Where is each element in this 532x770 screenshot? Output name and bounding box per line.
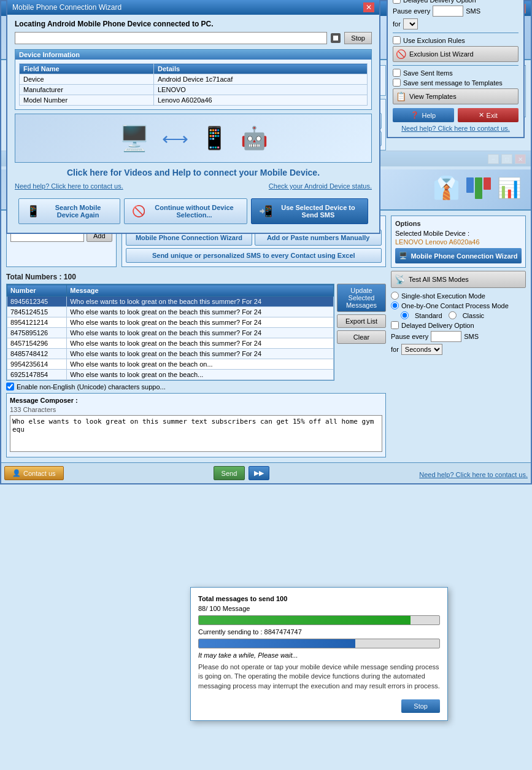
message-composer: Message Composer : 133 Characters Who el…: [6, 393, 386, 457]
exit-label: Exit: [487, 112, 498, 119]
unicode-checkbox[interactable]: [6, 383, 14, 391]
table-row: Device Android Device 1c71acaf: [20, 74, 368, 85]
clear-button[interactable]: Clear: [337, 330, 386, 344]
help-link[interactable]: Need help? Click here to contact us.: [15, 182, 123, 190]
use-exclusion-label: Use Exclusion Rules: [403, 37, 465, 44]
cell-message: Who else wants to look great on the beac…: [67, 317, 334, 328]
bottom-wizard-button[interactable]: 🖥️ Mobile Phone Connection Wizard: [395, 248, 522, 263]
delayed-delivery-checkbox[interactable]: [393, 0, 401, 4]
no-device-icon: 🚫: [132, 204, 145, 218]
contact-link-top[interactable]: Need help? Click here to contact us.: [393, 125, 519, 132]
composer-title: Message Composer :: [10, 397, 382, 404]
bottom-classic-label: Classic: [463, 312, 484, 319]
search-again-button[interactable]: 📱 Search Mobile Device Again: [18, 198, 120, 224]
bottom-delayed-row: Delayed Delivery Option: [391, 321, 526, 329]
device-info-title: Device Information: [15, 50, 371, 60]
bottom-single-shot-radio[interactable]: [391, 292, 399, 300]
bottom-pie-chart-icon: 📊: [497, 176, 522, 200]
wizard-stop-button[interactable]: Stop: [344, 32, 372, 44]
help-button[interactable]: ❓ Help: [393, 108, 454, 122]
cell-message: Who else wants to look great on the beac…: [67, 297, 334, 307]
bottom-test-sms-label: Test All SMS Modes: [409, 276, 469, 283]
continue-without-label: Continue without Device Selection...: [149, 204, 239, 219]
table-row: 8457154296Who else wants to look great o…: [7, 338, 334, 349]
bottom-for-select[interactable]: Seconds: [401, 344, 442, 355]
bottom-bar: 👤 Contact us Send ▶▶ Need help? Click he…: [1, 462, 531, 483]
bottom-standard-radio[interactable]: [401, 311, 409, 319]
wizard-dialog-container: Mobile Phone Connection Wizard ✕ Locatin…: [6, 0, 387, 234]
bottom-delayed-checkbox[interactable]: [391, 321, 399, 329]
bottom-contact-link[interactable]: Need help? Click here to contact us.: [419, 471, 528, 478]
delayed-delivery-row: Delayed Delivery Option: [393, 0, 519, 4]
val-model: Lenovo A6020a46: [153, 95, 367, 106]
message-textarea[interactable]: Who else wants to look great on this sum…: [10, 415, 382, 452]
wizard-title-bar: Mobile Phone Connection Wizard ✕: [7, 0, 379, 15]
wizard-bottom-btns: 📱 Search Mobile Device Again 🚫 Continue …: [15, 195, 372, 228]
table-row: 8485748412Who else wants to look great o…: [7, 349, 334, 359]
pause-label: Pause every: [393, 7, 430, 15]
use-selected-button[interactable]: 📲 Use Selected Device to Send SMS: [251, 198, 368, 224]
bottom-classic-radio[interactable]: [449, 311, 457, 319]
send-button[interactable]: Send: [214, 466, 245, 480]
bottom-options-title: Options: [395, 220, 522, 227]
field-manufacturer: Manufacturer: [20, 85, 154, 95]
bottom-single-shot-label: Single-shot Execution Mode: [401, 292, 485, 300]
field-model: Model Number: [20, 95, 154, 106]
bottom-pause-input[interactable]: [431, 331, 461, 342]
bottom-pause-label: Pause every: [391, 333, 428, 340]
pause-input[interactable]: [433, 6, 463, 17]
device-info-section: Device Information Field Name Details De…: [15, 49, 372, 110]
table-body: 8945612345Who else wants to look great o…: [7, 297, 334, 380]
export-list-button[interactable]: Export List: [337, 314, 386, 328]
val-device: Android Device 1c71acaf: [153, 74, 367, 85]
table-header-row: Number Message: [7, 285, 334, 297]
bottom-send-unique-button[interactable]: Send unique or personalized SMS to every…: [126, 248, 382, 263]
unicode-label: Enable non-English (Unicode) characters …: [17, 383, 166, 391]
search-again-label: Search Mobile Device Again: [44, 204, 112, 219]
check-link[interactable]: Check your Android Device status.: [269, 182, 372, 190]
cell-message: Who else wants to look great on the beac…: [67, 349, 334, 359]
wizard-big-text[interactable]: Click here for Videos and Help to connec…: [15, 168, 372, 177]
use-exclusion-checkbox[interactable]: [393, 36, 401, 44]
table-row: 9954235614Who else wants to look great o…: [7, 359, 334, 370]
bottom-one-by-one-radio[interactable]: [391, 301, 399, 309]
bottom-sms-label: SMS: [464, 333, 479, 340]
stop-icon: [331, 33, 341, 43]
val-manufacturer: LENOVO: [153, 85, 367, 95]
exclusion-wizard-button[interactable]: 🚫 Exclusion List Wizard: [393, 46, 519, 62]
save-sent-row: Save Sent Items: [393, 69, 519, 77]
bottom-for-label: for: [391, 346, 399, 353]
help-exit-row: ❓ Help ✕ Exit: [393, 108, 519, 122]
update-selected-button[interactable]: Update Selected Messages: [337, 284, 386, 312]
bottom-test-sms-button[interactable]: 📡 Test All SMS Modes: [391, 271, 526, 288]
table-scroll[interactable]: Number Message 8945612345Who else wants …: [7, 284, 334, 380]
android-device-icon: 📱: [201, 125, 228, 151]
pause-row: Pause every SMS: [393, 6, 519, 17]
forward-button[interactable]: ▶▶: [249, 466, 269, 480]
continue-without-button[interactable]: 🚫 Continue without Device Selection...: [124, 198, 247, 224]
bottom-chart-bar3: [484, 177, 491, 190]
cell-message: Who else wants to look great on the beac…: [67, 359, 334, 370]
numbers-table: Number Message 8945612345Who else wants …: [7, 284, 334, 380]
excl-label: Exclusion List Wizard: [409, 50, 474, 58]
tmpl-label: View Templates: [409, 93, 457, 100]
save-sent-checkbox[interactable]: [393, 69, 401, 77]
bottom-chart-bar1: [466, 177, 474, 193]
for-select[interactable]: [403, 18, 418, 29]
save-template-checkbox[interactable]: [393, 79, 401, 87]
table-row: 7845124515Who else wants to look great o…: [7, 307, 334, 317]
contact-us-button[interactable]: 👤 Contact us: [4, 466, 64, 480]
exit-icon: ✕: [479, 111, 484, 119]
numbers-table-container: Number Message 8945612345Who else wants …: [6, 284, 334, 381]
wizard-content: Locating Android Mobile Phone Device con…: [7, 15, 379, 233]
total-numbers: Total Numbers : 100: [6, 270, 386, 284]
col-number: Number: [7, 285, 67, 297]
wizard-close-button[interactable]: ✕: [363, 2, 374, 12]
table-row: 8954121214Who else wants to look great o…: [7, 317, 334, 328]
bottom-sms-icon: 📡: [395, 274, 405, 284]
view-templates-button[interactable]: 📋 View Templates: [393, 88, 519, 104]
cell-number: 8475895126: [7, 328, 67, 338]
table-row: Manufacturer LENOVO: [20, 85, 368, 95]
contact-icon: 👤: [12, 469, 21, 477]
exit-button[interactable]: ✕ Exit: [458, 108, 519, 122]
